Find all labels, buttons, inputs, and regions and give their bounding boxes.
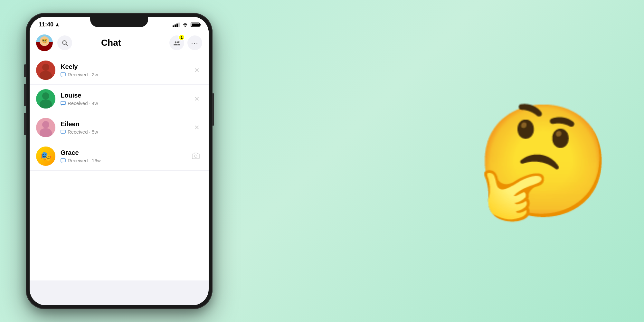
chat-name-keely: Keely — [61, 63, 192, 71]
avatar-louise — [36, 89, 55, 109]
svg-rect-5 — [61, 130, 65, 133]
signal-bar-2 — [175, 24, 176, 27]
svg-point-7 — [194, 155, 197, 157]
chat-name-eileen-text: Eileen — [61, 120, 80, 128]
time-display: 11:40 — [39, 21, 53, 28]
message-icon-louise — [61, 101, 66, 106]
status-text-grace: Received · 16w — [68, 158, 101, 163]
chat-info-louise: Louise Received · 4w — [61, 92, 192, 106]
battery-fill — [192, 24, 199, 26]
svg-point-0 — [185, 26, 186, 27]
avatar-body — [40, 128, 52, 137]
power-button — [213, 93, 214, 126]
status-text-louise: Received · 4w — [68, 100, 98, 106]
camera-icon — [192, 152, 200, 159]
svg-rect-4 — [61, 101, 65, 104]
avatar-keely — [36, 61, 55, 80]
signal-bar-4 — [178, 23, 180, 27]
dismiss-button-louise[interactable]: ✕ — [192, 92, 202, 105]
status-icons — [173, 23, 200, 27]
chat-info-keely: Keely Received · 2w — [61, 63, 192, 77]
avatar-body — [40, 99, 52, 109]
more-options-icon: ··· — [191, 39, 199, 47]
status-time: 11:40 — [39, 21, 60, 28]
chat-status-keely: Received · 2w — [61, 72, 192, 77]
message-icon-grace — [61, 158, 66, 163]
signal-bar-3 — [176, 24, 178, 27]
status-text-keely: Received · 2w — [68, 72, 98, 77]
notification-badge: 1 — [178, 34, 185, 41]
chat-name-grace: Grace — [61, 149, 189, 156]
svg-rect-3 — [61, 72, 65, 76]
app-header: 🤓 Chat — [30, 31, 209, 56]
svg-rect-6 — [61, 158, 65, 162]
avatar-background: 🤓 — [36, 34, 53, 51]
volume-up-button — [24, 84, 26, 106]
status-text-eileen: Received · 5w — [68, 129, 98, 135]
avatar-head — [42, 92, 49, 99]
wifi-icon — [182, 23, 188, 27]
message-icon-keely — [61, 72, 66, 77]
add-friend-icon — [173, 40, 180, 46]
chat-name-louise: Louise — [61, 92, 192, 99]
chat-item-keely[interactable]: Keely Received · 2w ✕ — [30, 56, 209, 85]
avatar-eileen — [36, 118, 55, 137]
app-content: 🤓 Chat — [30, 31, 209, 280]
avatar-glasses: 🤓 — [42, 39, 47, 43]
location-arrow-icon — [55, 23, 60, 27]
chat-info-eileen: Eileen Received · 5w — [61, 120, 192, 135]
signal-bars — [173, 23, 180, 27]
chat-status-grace: Received · 16w — [61, 158, 189, 163]
signal-bar-1 — [173, 25, 174, 27]
chat-status-eileen: Received · 5w — [61, 129, 192, 135]
more-options-button[interactable]: ··· — [187, 35, 202, 50]
phone-notch — [90, 17, 148, 27]
phone-mockup: 11:40 — [26, 13, 213, 309]
avatar-body — [40, 71, 52, 80]
message-icon-eileen — [61, 130, 66, 134]
camera-button-grace[interactable] — [189, 150, 202, 163]
header-right: 1 ··· — [169, 35, 202, 50]
phone-screen: 11:40 — [30, 17, 209, 305]
avatar-head — [42, 64, 49, 71]
phone-body: 11:40 — [26, 13, 213, 309]
page-title: Chat — [53, 38, 169, 48]
chat-item-louise[interactable]: Louise Received · 4w ✕ — [30, 85, 209, 113]
avatar-grace: 🎭 — [36, 147, 55, 166]
battery-icon — [191, 23, 200, 27]
dismiss-button-keely[interactable]: ✕ — [192, 64, 202, 77]
chat-info-grace: Grace Received · 16w — [61, 149, 189, 163]
user-avatar[interactable]: 🤓 — [36, 34, 53, 51]
chat-item-eileen[interactable]: Eileen Received · 5w ✕ — [30, 113, 209, 142]
chat-status-louise: Received · 4w — [61, 100, 192, 106]
dismiss-button-eileen[interactable]: ✕ — [192, 121, 202, 134]
chat-name-eileen: Eileen — [61, 120, 192, 128]
avatar-head — [42, 121, 49, 128]
thinking-emoji: 🤔 — [475, 106, 612, 216]
mute-button — [24, 64, 26, 77]
add-friend-button[interactable]: 1 — [169, 35, 184, 50]
chat-item-grace[interactable]: 🎭 Grace Received · 16w — [30, 142, 209, 171]
volume-down-button — [24, 113, 26, 135]
chat-list: Keely Received · 2w ✕ — [30, 56, 209, 280]
